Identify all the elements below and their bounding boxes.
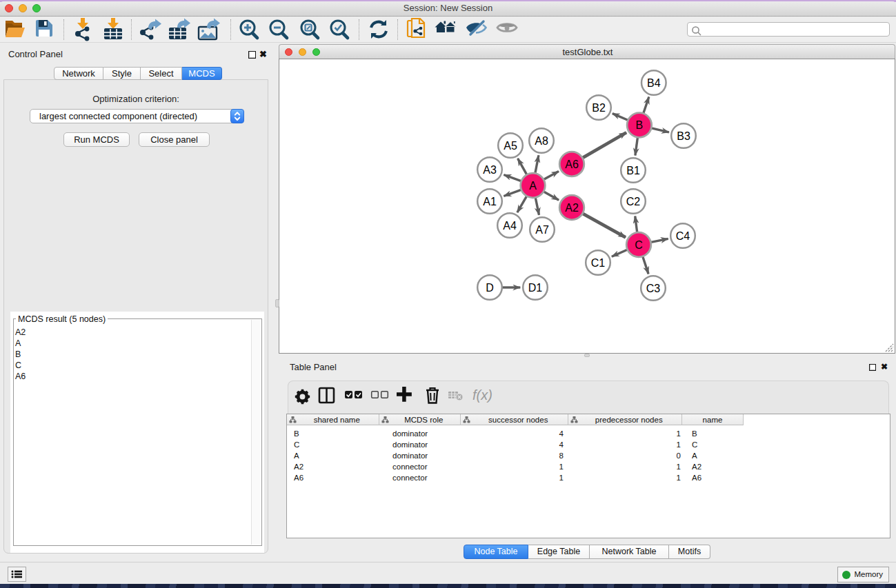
- svg-text:A8: A8: [535, 135, 548, 147]
- svg-text:A1: A1: [483, 196, 497, 207]
- svg-text:B: B: [636, 119, 644, 131]
- svg-text:B3: B3: [677, 130, 690, 142]
- svg-text:D1: D1: [528, 282, 543, 294]
- svg-text:C4: C4: [676, 230, 690, 242]
- svg-text:A4: A4: [503, 220, 517, 232]
- svg-text:f(x): f(x): [472, 387, 492, 403]
- svg-text:A7: A7: [535, 224, 549, 236]
- svg-text:B2: B2: [592, 102, 606, 114]
- svg-text:C1: C1: [591, 257, 606, 269]
- svg-text:D: D: [486, 282, 494, 294]
- svg-text:A3: A3: [483, 164, 497, 176]
- svg-text:A2: A2: [565, 202, 579, 214]
- svg-text:B1: B1: [626, 165, 640, 176]
- svg-text:C: C: [635, 239, 643, 251]
- svg-text:A6: A6: [565, 159, 579, 170]
- svg-text:C3: C3: [646, 283, 661, 294]
- svg-text:B4: B4: [647, 77, 661, 89]
- svg-text:A5: A5: [504, 140, 517, 152]
- svg-text:A: A: [529, 180, 537, 192]
- svg-text:C2: C2: [626, 196, 641, 207]
